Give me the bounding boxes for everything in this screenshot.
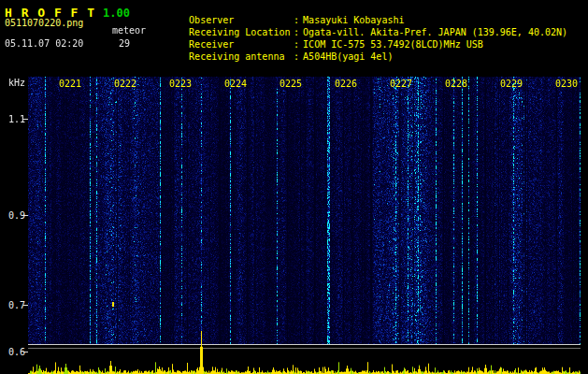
app-version: 1.00	[103, 7, 130, 20]
time-axis-label: 0229	[500, 79, 523, 89]
hrofft-output-window: { "header": { "title": "H R O F F T", "v…	[0, 0, 588, 374]
info-separator: :	[294, 15, 303, 25]
info-separator: :	[294, 51, 303, 62]
level-meter-canvas	[28, 318, 581, 374]
time-axis-label: 0223	[169, 79, 192, 89]
time-axis-label: 0222	[114, 79, 136, 89]
time-axis-label: 0230	[555, 79, 578, 89]
info-separator: :	[294, 39, 303, 50]
mode-label: meteor	[112, 25, 146, 36]
info-label: Receiving antenna	[189, 51, 294, 62]
time-axis-label: 0224	[224, 79, 247, 89]
spectrogram-canvas	[28, 77, 581, 344]
datetime-label: 05.11.07 02:20	[5, 38, 83, 49]
info-label: Receiving Location	[189, 27, 294, 37]
info-label: Observer	[189, 15, 294, 25]
filename-label: 0511070220.png	[5, 18, 83, 28]
freq-axis-label: 0.9	[0, 210, 25, 221]
echo-count-label: 29	[119, 38, 130, 49]
info-label: Receiver	[189, 39, 294, 50]
freq-axis-label: 0.6	[0, 347, 25, 357]
freq-axis-label: 1.1	[0, 114, 25, 124]
time-axis-label: 0221	[59, 79, 81, 89]
time-axis-label: 0225	[280, 79, 302, 89]
time-axis-label: 0228	[445, 79, 467, 89]
info-value: ICOM IC-575 53.7492(8LCD)MHz USB	[303, 39, 483, 50]
time-axis-label: 0226	[335, 79, 357, 89]
info-row-observer: Observer:Masayuki Kobayashi	[166, 5, 567, 17]
info-value: Masayuki Kobayashi	[303, 15, 404, 25]
info-separator: :	[294, 27, 303, 37]
time-axis-label: 0227	[390, 79, 412, 89]
info-value: Ogata-vill. Akita-Pref. JAPAN (139.96E, …	[303, 27, 567, 37]
freq-axis-unit: kHz	[0, 78, 25, 88]
freq-axis-label: 0.7	[0, 300, 25, 310]
observation-info-panel: Observer:Masayuki Kobayashi Receiving Lo…	[166, 5, 567, 53]
info-value: A504HB(yagi 4el)	[303, 51, 393, 62]
